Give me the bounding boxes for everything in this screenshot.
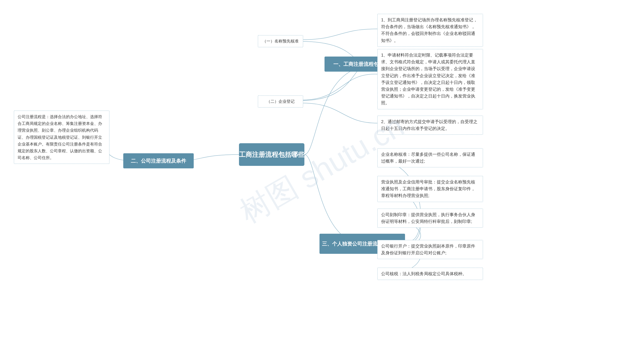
leaf3c-text: 公司刻制印章：提供营业执照，执行事务合伙人身份证明等材料，公安局特行科审批后，刻… bbox=[381, 212, 475, 224]
leaf2-text: 公司注册流程是：选择合法的办公地址、选择符合工商局规定的企业名称、筹集注册资本金… bbox=[18, 115, 102, 160]
watermark: 树图 shutu.cn bbox=[0, 0, 644, 339]
leaf-3a: 企业名称核准：尽量多提供一些公司名称，保证通过概率，最好一次通过; bbox=[377, 148, 483, 167]
sub1b-text: （二）企业登记 bbox=[266, 98, 295, 105]
leaf-3c: 公司刻制印章：提供营业执照，执行事务合伙人身份证明等材料，公安局特行科审批后，刻… bbox=[377, 209, 483, 228]
leaf3a-text: 企业名称核准：尽量多提供一些公司名称，保证通过概率，最好一次通过; bbox=[381, 152, 475, 164]
leaf-1c: 2、通过邮寄的方式提交申请予以受理的，自受理之日起十五日内作出准予登记的决定。 bbox=[377, 116, 483, 135]
leaf-3d: 公司银行开户：提交营业执照副本原件，印章原件及身份证到银行开启公司对公账户; bbox=[377, 240, 483, 259]
mind-map-canvas: 工商注册流程包括哪些 一、工商注册流程包括哪些 二、公司注册流程及条件 三、个人… bbox=[0, 0, 644, 339]
connector-lines bbox=[0, 0, 644, 339]
leaf-3e: 公司核税：法人到税务局核定公司具体税种。 bbox=[377, 268, 483, 280]
central-node: 工商注册流程包括哪些 bbox=[239, 143, 304, 166]
leaf3d-text: 公司银行开户：提交营业执照副本原件，印章原件及身份证到银行开启公司对公账户; bbox=[381, 244, 475, 255]
leaf1a-text: 1、到工商局注册登记场所办理名称预先核准登记，符合条件的，当场做出《名称预先核准… bbox=[381, 18, 477, 43]
leaf-1b: 1、申请材料符合法定时限、记载事项符合法定要求、文书格式符合规定，申请人或其委托… bbox=[377, 49, 483, 109]
sub1a-text: （一）名称预先核准 bbox=[262, 38, 299, 44]
leaf1b-text: 1、申请材料符合法定时限、记载事项符合法定要求、文书格式符合规定，申请人或其委托… bbox=[381, 53, 475, 105]
sub-node-1a: （一）名称预先核准 bbox=[258, 35, 303, 47]
leaf-2: 公司注册流程是：选择合法的办公地址、选择符合工商局规定的企业名称、筹集注册资本金… bbox=[14, 111, 109, 164]
branch2-text: 二、公司注册流程及条件 bbox=[129, 157, 188, 165]
leaf1c-text: 2、通过邮寄的方式提交申请予以受理的，自受理之日起十五日内作出准予登记的决定。 bbox=[381, 119, 477, 131]
branch-node-2: 二、公司注册流程及条件 bbox=[123, 153, 194, 168]
leaf-1a: 1、到工商局注册登记场所办理名称预先核准登记，符合条件的，当场做出《名称预先核准… bbox=[377, 14, 483, 47]
central-node-text: 工商注册流程包括哪些 bbox=[239, 150, 304, 159]
leaf3e-text: 公司核税：法人到税务局核定公司具体税种。 bbox=[381, 271, 467, 276]
leaf-3b: 营业执照及企业信用号审批：提交企业名称预先核准通知书，工商注册申请书，股东身份证… bbox=[377, 176, 483, 202]
sub-node-1b: （二）企业登记 bbox=[258, 95, 303, 108]
leaf3b-text: 营业执照及企业信用号审批：提交企业名称预先核准通知书，工商注册申请书，股东身份证… bbox=[381, 180, 475, 198]
